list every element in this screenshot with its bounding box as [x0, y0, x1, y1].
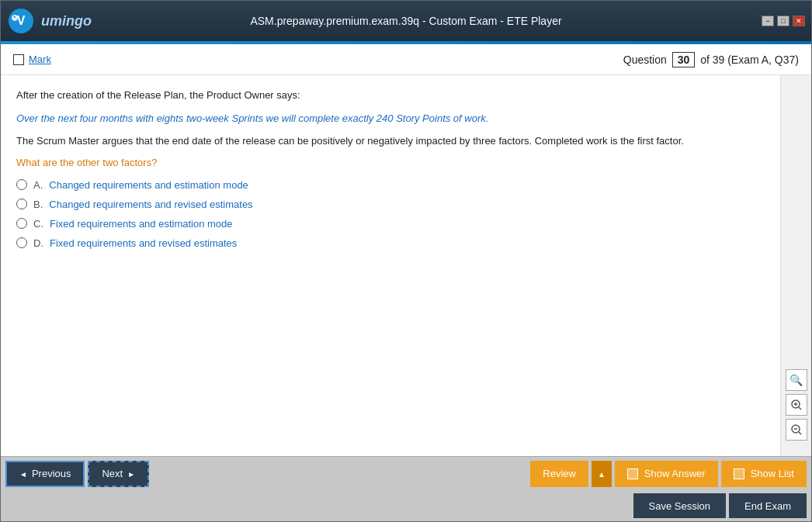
- maximize-button[interactable]: □: [777, 16, 789, 26]
- option-a-radio[interactable]: [16, 179, 27, 190]
- review-arrow-button[interactable]: [592, 461, 612, 487]
- close-button[interactable]: ✕: [793, 16, 805, 26]
- review-up-arrow-icon: [598, 468, 606, 479]
- mark-label[interactable]: Mark: [29, 54, 51, 65]
- option-b[interactable]: B. Changed requirements and revised esti…: [16, 199, 765, 210]
- question-number-display: Question 30 of 39 (Exam A, Q37): [623, 52, 799, 67]
- brand-name: umingo: [41, 13, 92, 29]
- option-d-letter: D.: [33, 237, 43, 249]
- previous-button[interactable]: Previous: [5, 461, 85, 487]
- option-a-text: Changed requirements and estimation mode: [49, 179, 248, 191]
- option-b-text: Changed requirements and revised estimat…: [49, 199, 252, 210]
- right-toolbar: 🔍: [780, 75, 811, 456]
- question-total: of 39 (Exam A, Q37): [700, 54, 799, 66]
- option-d-text: Fixed requirements and revised estimates: [50, 237, 237, 249]
- window-title: ASM.prepaway.premium.exam.39q - Custom E…: [250, 15, 561, 27]
- question-body: The Scrum Master argues that the end dat…: [16, 133, 765, 149]
- zoom-in-button[interactable]: [786, 394, 807, 416]
- option-a-letter: A.: [33, 179, 43, 191]
- option-d[interactable]: D. Fixed requirements and revised estima…: [16, 237, 765, 249]
- svg-text:V: V: [17, 14, 26, 27]
- search-button[interactable]: 🔍: [786, 369, 807, 391]
- prev-arrow-icon: [19, 468, 27, 479]
- zoom-out-button[interactable]: [786, 419, 807, 441]
- question-current-number: 30: [672, 52, 696, 67]
- options-list: A. Changed requirements and estimation m…: [16, 179, 765, 249]
- show-list-button[interactable]: Show List: [721, 461, 807, 487]
- previous-label: Previous: [32, 468, 71, 479]
- save-session-button[interactable]: Save Session: [633, 493, 727, 518]
- option-a[interactable]: A. Changed requirements and estimation m…: [16, 179, 765, 191]
- show-list-checkbox: [734, 468, 744, 479]
- logo-area: V umingo: [7, 7, 92, 35]
- window-controls: − □ ✕: [762, 16, 805, 26]
- option-c-text: Fixed requirements and estimation mode: [50, 218, 233, 230]
- option-b-letter: B.: [33, 199, 43, 210]
- question-highlight: What are the other two factors?: [16, 157, 765, 168]
- next-arrow-icon: [127, 468, 135, 479]
- review-label: Review: [543, 468, 576, 479]
- option-c[interactable]: C. Fixed requirements and estimation mod…: [16, 218, 765, 230]
- question-intro: After the creation of the Release Plan, …: [16, 88, 765, 103]
- app-logo: V: [7, 7, 35, 35]
- mark-area: Mark: [13, 54, 51, 65]
- show-list-label: Show List: [751, 468, 794, 479]
- question-area: After the creation of the Release Plan, …: [1, 75, 780, 456]
- option-b-radio[interactable]: [16, 199, 27, 209]
- show-answer-checkbox: [627, 468, 638, 479]
- option-d-radio[interactable]: [16, 237, 27, 248]
- option-c-letter: C.: [33, 218, 43, 230]
- svg-line-4: [799, 407, 801, 410]
- question-header: Mark Question 30 of 39 (Exam A, Q37): [1, 44, 811, 75]
- next-button[interactable]: Next: [88, 461, 149, 487]
- option-c-radio[interactable]: [16, 218, 27, 229]
- show-answer-button[interactable]: Show Answer: [615, 461, 718, 487]
- question-label: Question: [623, 54, 667, 66]
- bottom-toolbar: Previous Next Review Show Answer Show Li…: [1, 456, 811, 490]
- mark-checkbox[interactable]: [13, 54, 24, 65]
- review-button[interactable]: Review: [530, 461, 588, 487]
- question-italic: Over the next four months with eights tw…: [16, 111, 765, 126]
- bottom-row: Save Session End Exam: [1, 490, 811, 521]
- next-label: Next: [102, 468, 123, 479]
- main-content: After the creation of the Release Plan, …: [1, 75, 811, 456]
- minimize-button[interactable]: −: [762, 16, 774, 26]
- svg-line-8: [799, 432, 801, 434]
- show-answer-label: Show Answer: [644, 468, 706, 479]
- end-exam-button[interactable]: End Exam: [729, 493, 807, 518]
- title-bar: V umingo ASM.prepaway.premium.exam.39q -…: [1, 1, 811, 41]
